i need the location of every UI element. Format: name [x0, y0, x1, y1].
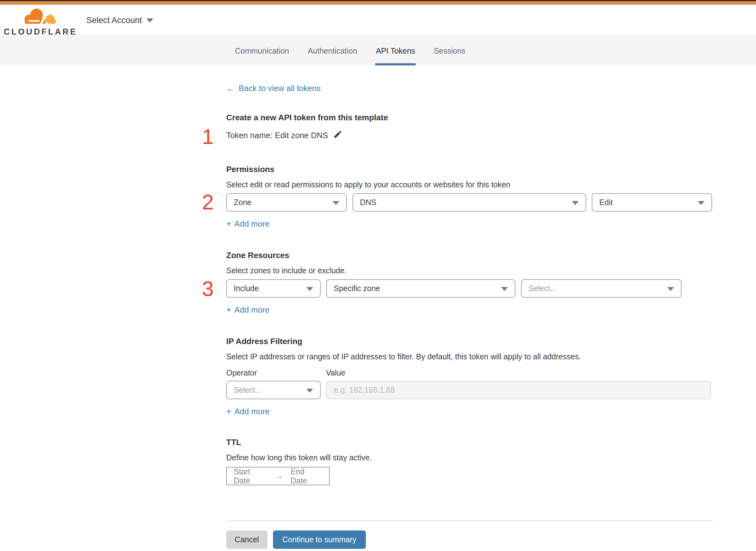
chevron-down-icon	[501, 287, 508, 291]
create-token-title: Create a new API token from this templat…	[226, 113, 388, 122]
chevron-down-icon	[572, 201, 579, 205]
permission-access-select[interactable]: Edit	[592, 193, 712, 211]
tab-api-tokens[interactable]: API Tokens	[375, 36, 416, 65]
cancel-button[interactable]: Cancel	[226, 530, 267, 549]
add-more-label: Add more	[234, 407, 269, 416]
permission-scope-value: Zone	[234, 198, 251, 207]
back-arrow-icon: ←	[226, 84, 235, 93]
arrow-right-icon: →	[275, 472, 283, 481]
permission-access-value: Edit	[599, 198, 613, 207]
zone-mode-select[interactable]: Include	[226, 279, 321, 298]
edit-pencil-icon[interactable]	[333, 130, 342, 141]
account-selector-label: Select Account	[86, 16, 142, 25]
ip-value-input[interactable]	[326, 381, 711, 399]
tab-communication[interactable]: Communication	[234, 36, 290, 65]
add-more-label: Add more	[234, 305, 269, 315]
plus-icon: +	[226, 305, 231, 315]
chevron-down-icon	[332, 201, 339, 205]
continue-to-summary-button[interactable]: Continue to summary	[273, 530, 366, 549]
annotation-marker-1: 1	[202, 126, 214, 147]
top-orange-bar	[0, 1, 756, 5]
chevron-down-icon	[667, 287, 674, 291]
tab-sessions[interactable]: Sessions	[433, 36, 466, 65]
ttl-title: TTL	[226, 438, 241, 447]
ip-filtering-row: Select...	[226, 381, 711, 399]
cloudflare-logo[interactable]: CLOUDFLARE	[9, 7, 72, 37]
zone-type-select[interactable]: Specific zone	[326, 279, 516, 298]
cloudflare-cloud-icon	[20, 7, 61, 26]
zone-mode-value: Include	[234, 284, 259, 293]
ip-operator-placeholder: Select...	[234, 386, 262, 395]
operator-label: Operator	[226, 368, 326, 378]
footer-actions: Cancel Continue to summary	[226, 530, 366, 549]
chevron-down-icon	[146, 18, 153, 22]
plus-icon: +	[226, 406, 231, 416]
page-header: CLOUDFLARE Select Account	[0, 5, 756, 36]
permission-resource-value: DNS	[360, 198, 376, 207]
zone-resources-title: Zone Resources	[226, 250, 289, 260]
zone-resources-description: Select zones to include or exclude.	[226, 266, 346, 275]
ip-filtering-labels: Operator Value	[226, 368, 345, 378]
annotation-marker-2: 2	[202, 191, 214, 212]
value-label: Value	[326, 368, 345, 378]
ip-filtering-title: IP Address Filtering	[226, 337, 302, 346]
zone-type-value: Specific zone	[334, 284, 380, 293]
account-selector[interactable]: Select Account	[86, 5, 153, 36]
tab-bar: Communication Authentication API Tokens …	[0, 36, 756, 65]
zone-resources-add-more-link[interactable]: + Add more	[226, 305, 269, 315]
annotation-marker-3: 3	[202, 278, 214, 299]
token-name-text: Token name: Edit zone DNS	[226, 131, 328, 140]
end-date-placeholder: End Date	[291, 467, 322, 485]
cloudflare-api-token-page: CLOUDFLARE Select Account Communication …	[0, 0, 756, 551]
logo-wordmark: CLOUDFLARE	[4, 27, 77, 37]
ttl-description: Define how long this token will stay act…	[226, 453, 372, 462]
ttl-date-range-picker[interactable]: Start Date → End Date	[226, 467, 330, 485]
chevron-down-icon	[306, 287, 313, 291]
back-link-label: Back to view all tokens	[239, 83, 321, 93]
zone-picker-placeholder: Select...	[529, 284, 557, 293]
token-name-row: Token name: Edit zone DNS	[226, 130, 342, 141]
permission-scope-select[interactable]: Zone	[226, 193, 347, 211]
permissions-description: Select edit or read permissions to apply…	[226, 180, 511, 189]
zone-picker-select[interactable]: Select...	[521, 279, 682, 298]
ip-filtering-add-more-link[interactable]: + Add more	[226, 406, 269, 416]
ip-filtering-description: Select IP addresses or ranges of IP addr…	[226, 352, 581, 361]
start-date-placeholder: Start Date	[234, 467, 268, 485]
chevron-down-icon	[306, 389, 313, 393]
back-to-tokens-link[interactable]: ← Back to view all tokens	[226, 83, 321, 93]
permission-resource-select[interactable]: DNS	[352, 193, 586, 211]
chevron-down-icon	[698, 201, 705, 205]
ip-operator-select[interactable]: Select...	[226, 381, 321, 399]
permissions-title: Permissions	[226, 164, 274, 174]
plus-icon: +	[226, 219, 231, 229]
zone-resources-row: Include Specific zone Select...	[226, 279, 682, 298]
add-more-label: Add more	[234, 219, 269, 229]
footer-divider	[226, 520, 713, 521]
permissions-add-more-link[interactable]: + Add more	[226, 219, 269, 229]
permissions-row: Zone DNS Edit	[226, 193, 712, 211]
tab-authentication[interactable]: Authentication	[307, 36, 358, 65]
